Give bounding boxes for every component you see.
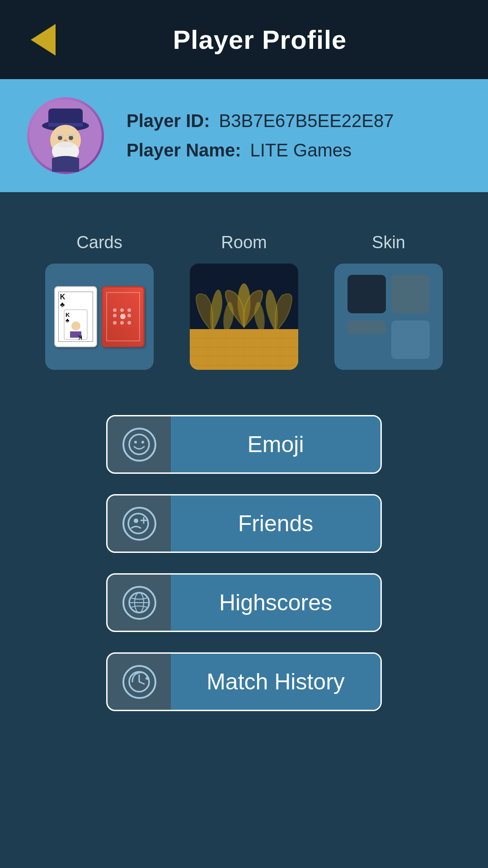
player-id-label: Player ID: [127, 111, 210, 131]
match-history-icon [122, 665, 156, 699]
card-inner: K ♣ K ♣ K [58, 292, 93, 342]
svg-point-11 [57, 142, 74, 148]
match-history-icon-area [108, 654, 171, 710]
svg-point-15 [71, 321, 80, 330]
svg-rect-8 [67, 134, 75, 136]
emoji-label: Emoji [247, 431, 304, 458]
room-pattern [190, 264, 298, 334]
friends-button[interactable]: Friends [106, 494, 382, 553]
svg-text:K: K [78, 334, 82, 340]
player-name-label: Player Name: [127, 140, 241, 160]
friends-icon-area [108, 495, 171, 552]
svg-point-30 [134, 441, 137, 443]
highscores-label-area: Highscores [171, 575, 380, 631]
player-name-value: LITE Games [250, 140, 352, 160]
skin-color-bar [347, 321, 386, 334]
friends-svg [127, 512, 152, 535]
emoji-button[interactable]: Emoji [106, 415, 382, 474]
room-top [190, 264, 298, 334]
svg-line-41 [139, 682, 144, 684]
player-id-row: Player ID: B3B7E67B5EE22E87 [127, 111, 394, 131]
emoji-label-area: Emoji [171, 416, 380, 472]
skin-color-mid [391, 321, 430, 359]
skin-box[interactable] [334, 264, 443, 370]
svg-point-6 [69, 136, 73, 140]
svg-text:♣: ♣ [66, 317, 70, 324]
highscores-icon [122, 586, 156, 620]
skin-grid [339, 267, 438, 367]
skin-color-dark [347, 275, 386, 313]
match-history-label: Match History [206, 669, 345, 695]
skin-color-medium [391, 275, 430, 313]
skin-label: Skin [372, 233, 405, 252]
skin-item: Skin [334, 233, 443, 370]
svg-point-31 [141, 441, 144, 443]
friends-label: Friends [238, 510, 314, 537]
svg-point-32 [128, 514, 148, 533]
card-pattern [106, 292, 141, 342]
back-button[interactable] [27, 24, 59, 56]
friends-label-area: Friends [171, 495, 380, 552]
highscores-label: Highscores [219, 590, 332, 616]
match-history-button[interactable]: Match History [106, 652, 382, 711]
main-content: Cards K ♣ K ♣ [0, 192, 488, 868]
emoji-svg [128, 433, 150, 456]
customize-section: Cards K ♣ K ♣ [27, 233, 461, 370]
profile-banner: Player ID: B3B7E67B5EE22E87 Player Name:… [0, 79, 488, 192]
header: Player Profile [0, 0, 488, 79]
action-buttons: Emoji Friends [27, 415, 461, 711]
room-item: Room [190, 233, 298, 370]
cards-item: Cards K ♣ K ♣ [45, 233, 154, 370]
emoji-icon-area [108, 416, 171, 472]
friends-icon [122, 507, 156, 541]
svg-point-29 [129, 434, 149, 454]
page-title: Player Profile [59, 24, 461, 55]
player-name-row: Player Name: LITE Games [127, 140, 394, 160]
avatar [27, 97, 104, 174]
emoji-icon [122, 428, 156, 462]
avatar-image [29, 99, 102, 172]
room-box[interactable] [190, 264, 298, 370]
room-bottom [190, 329, 298, 370]
match-history-label-area: Match History [171, 654, 380, 710]
floor-pattern [190, 329, 298, 370]
cards-label: Cards [76, 233, 122, 252]
player-id-value: B3B7E67B5EE22E87 [219, 111, 394, 131]
cards-box[interactable]: K ♣ K ♣ K [45, 264, 154, 370]
card-red-back [102, 286, 145, 347]
svg-rect-7 [56, 134, 64, 136]
back-icon [31, 24, 56, 56]
highscores-svg [128, 591, 150, 614]
cards-preview: K ♣ K ♣ K [54, 286, 145, 347]
svg-point-5 [58, 136, 62, 140]
room-label: Room [221, 233, 267, 252]
match-history-svg [128, 670, 150, 693]
card-king-clubs: K ♣ K ♣ K [54, 286, 97, 347]
highscores-icon-area [108, 575, 171, 631]
player-info: Player ID: B3B7E67B5EE22E87 Player Name:… [127, 111, 394, 160]
highscores-button[interactable]: Highscores [106, 573, 382, 632]
svg-point-33 [134, 519, 138, 523]
